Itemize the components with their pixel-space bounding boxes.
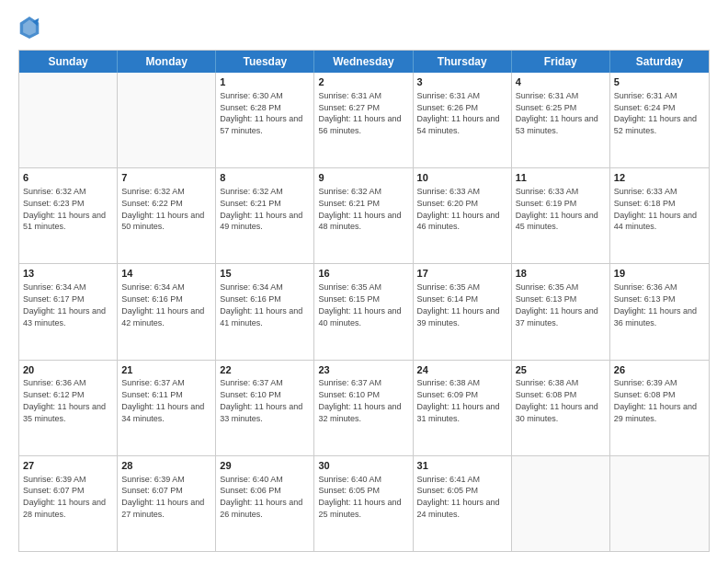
day-cell-24: 24Sunrise: 6:38 AMSunset: 6:09 PMDayligh… <box>414 361 512 455</box>
week-row-3: 13Sunrise: 6:34 AMSunset: 6:17 PMDayligh… <box>19 263 709 359</box>
day-cell-12: 12Sunrise: 6:33 AMSunset: 6:18 PMDayligh… <box>610 168 709 263</box>
cell-info: Sunrise: 6:33 AMSunset: 6:19 PMDaylight:… <box>516 187 598 231</box>
empty-cell <box>512 456 610 551</box>
day-number: 23 <box>318 363 408 377</box>
week-row-5: 27Sunrise: 6:39 AMSunset: 6:07 PMDayligh… <box>19 455 709 551</box>
day-number: 14 <box>121 267 211 281</box>
cell-info: Sunrise: 6:36 AMSunset: 6:13 PMDaylight:… <box>614 282 697 327</box>
day-cell-31: 31Sunrise: 6:41 AMSunset: 6:05 PMDayligh… <box>414 456 512 551</box>
day-cell-25: 25Sunrise: 6:38 AMSunset: 6:08 PMDayligh… <box>512 361 610 455</box>
day-number: 11 <box>516 171 606 185</box>
day-number: 5 <box>614 75 705 89</box>
week-row-1: 1Sunrise: 6:30 AMSunset: 6:28 PMDaylight… <box>19 73 709 167</box>
day-cell-14: 14Sunrise: 6:34 AMSunset: 6:16 PMDayligh… <box>118 264 216 359</box>
day-number: 6 <box>23 171 113 185</box>
day-number: 29 <box>220 459 310 473</box>
day-number: 28 <box>121 459 211 473</box>
cell-info: Sunrise: 6:39 AMSunset: 6:07 PMDaylight:… <box>121 475 204 519</box>
calendar-header: SundayMondayTuesdayWednesdayThursdayFrid… <box>19 51 709 73</box>
cell-info: Sunrise: 6:31 AMSunset: 6:25 PMDaylight:… <box>516 91 598 135</box>
header-day-wednesday: Wednesday <box>314 51 413 73</box>
day-number: 22 <box>220 363 310 377</box>
day-cell-1: 1Sunrise: 6:30 AMSunset: 6:28 PMDaylight… <box>216 73 314 167</box>
cell-info: Sunrise: 6:30 AMSunset: 6:28 PMDaylight:… <box>220 91 302 135</box>
cell-info: Sunrise: 6:41 AMSunset: 6:05 PMDaylight:… <box>417 475 500 519</box>
cell-info: Sunrise: 6:34 AMSunset: 6:16 PMDaylight:… <box>220 282 302 327</box>
day-number: 17 <box>417 267 507 281</box>
cell-info: Sunrise: 6:32 AMSunset: 6:21 PMDaylight:… <box>220 187 302 231</box>
page: SundayMondayTuesdayWednesdayThursdayFrid… <box>0 0 728 563</box>
cell-info: Sunrise: 6:33 AMSunset: 6:20 PMDaylight:… <box>417 187 500 231</box>
day-number: 2 <box>318 75 408 89</box>
day-number: 1 <box>220 75 310 89</box>
day-cell-6: 6Sunrise: 6:32 AMSunset: 6:23 PMDaylight… <box>19 168 118 263</box>
header-day-monday: Monday <box>118 51 216 73</box>
day-number: 20 <box>23 363 113 377</box>
header <box>18 15 710 40</box>
day-number: 24 <box>417 363 507 377</box>
cell-info: Sunrise: 6:35 AMSunset: 6:13 PMDaylight:… <box>516 282 598 327</box>
week-row-2: 6Sunrise: 6:32 AMSunset: 6:23 PMDaylight… <box>19 167 709 263</box>
day-number: 18 <box>516 267 606 281</box>
day-number: 16 <box>318 267 408 281</box>
cell-info: Sunrise: 6:35 AMSunset: 6:15 PMDaylight:… <box>318 282 401 327</box>
cell-info: Sunrise: 6:40 AMSunset: 6:06 PMDaylight:… <box>220 475 302 519</box>
day-number: 25 <box>516 363 606 377</box>
cell-info: Sunrise: 6:33 AMSunset: 6:18 PMDaylight:… <box>614 187 697 231</box>
day-number: 15 <box>220 267 310 281</box>
cell-info: Sunrise: 6:38 AMSunset: 6:09 PMDaylight:… <box>417 378 500 422</box>
day-cell-10: 10Sunrise: 6:33 AMSunset: 6:20 PMDayligh… <box>414 168 512 263</box>
day-cell-29: 29Sunrise: 6:40 AMSunset: 6:06 PMDayligh… <box>216 456 314 551</box>
cell-info: Sunrise: 6:37 AMSunset: 6:10 PMDaylight:… <box>220 378 302 422</box>
header-day-saturday: Saturday <box>610 51 709 73</box>
day-cell-21: 21Sunrise: 6:37 AMSunset: 6:11 PMDayligh… <box>118 361 216 455</box>
cell-info: Sunrise: 6:35 AMSunset: 6:14 PMDaylight:… <box>417 282 500 327</box>
cell-info: Sunrise: 6:38 AMSunset: 6:08 PMDaylight:… <box>516 378 598 422</box>
empty-cell <box>19 73 118 167</box>
day-number: 27 <box>23 459 113 473</box>
day-cell-19: 19Sunrise: 6:36 AMSunset: 6:13 PMDayligh… <box>610 264 709 359</box>
logo <box>18 15 44 40</box>
header-day-thursday: Thursday <box>414 51 512 73</box>
cell-info: Sunrise: 6:32 AMSunset: 6:22 PMDaylight:… <box>121 187 204 231</box>
day-cell-20: 20Sunrise: 6:36 AMSunset: 6:12 PMDayligh… <box>19 361 118 455</box>
day-number: 3 <box>417 75 507 89</box>
day-cell-30: 30Sunrise: 6:40 AMSunset: 6:05 PMDayligh… <box>314 456 413 551</box>
day-number: 9 <box>318 171 408 185</box>
calendar-body: 1Sunrise: 6:30 AMSunset: 6:28 PMDaylight… <box>19 73 709 551</box>
day-cell-26: 26Sunrise: 6:39 AMSunset: 6:08 PMDayligh… <box>610 361 709 455</box>
day-cell-7: 7Sunrise: 6:32 AMSunset: 6:22 PMDaylight… <box>118 168 216 263</box>
header-day-friday: Friday <box>512 51 610 73</box>
logo-icon <box>18 15 40 40</box>
cell-info: Sunrise: 6:37 AMSunset: 6:11 PMDaylight:… <box>121 378 204 422</box>
cell-info: Sunrise: 6:31 AMSunset: 6:26 PMDaylight:… <box>417 91 500 135</box>
header-day-sunday: Sunday <box>19 51 118 73</box>
cell-info: Sunrise: 6:31 AMSunset: 6:27 PMDaylight:… <box>318 91 401 135</box>
day-number: 8 <box>220 171 310 185</box>
empty-cell <box>118 73 216 167</box>
header-day-tuesday: Tuesday <box>216 51 314 73</box>
calendar: SundayMondayTuesdayWednesdayThursdayFrid… <box>18 50 710 552</box>
day-cell-2: 2Sunrise: 6:31 AMSunset: 6:27 PMDaylight… <box>314 73 413 167</box>
day-number: 7 <box>121 171 211 185</box>
day-cell-13: 13Sunrise: 6:34 AMSunset: 6:17 PMDayligh… <box>19 264 118 359</box>
day-number: 31 <box>417 459 507 473</box>
day-number: 12 <box>614 171 705 185</box>
day-number: 26 <box>614 363 705 377</box>
cell-info: Sunrise: 6:34 AMSunset: 6:17 PMDaylight:… <box>23 282 106 327</box>
day-cell-15: 15Sunrise: 6:34 AMSunset: 6:16 PMDayligh… <box>216 264 314 359</box>
cell-info: Sunrise: 6:39 AMSunset: 6:08 PMDaylight:… <box>614 378 697 422</box>
day-cell-9: 9Sunrise: 6:32 AMSunset: 6:21 PMDaylight… <box>314 168 413 263</box>
day-cell-27: 27Sunrise: 6:39 AMSunset: 6:07 PMDayligh… <box>19 456 118 551</box>
cell-info: Sunrise: 6:37 AMSunset: 6:10 PMDaylight:… <box>318 378 401 422</box>
cell-info: Sunrise: 6:40 AMSunset: 6:05 PMDaylight:… <box>318 475 401 519</box>
day-cell-5: 5Sunrise: 6:31 AMSunset: 6:24 PMDaylight… <box>610 73 709 167</box>
day-cell-22: 22Sunrise: 6:37 AMSunset: 6:10 PMDayligh… <box>216 361 314 455</box>
day-number: 30 <box>318 459 408 473</box>
cell-info: Sunrise: 6:31 AMSunset: 6:24 PMDaylight:… <box>614 91 697 135</box>
day-number: 21 <box>121 363 211 377</box>
week-row-4: 20Sunrise: 6:36 AMSunset: 6:12 PMDayligh… <box>19 360 709 455</box>
day-cell-28: 28Sunrise: 6:39 AMSunset: 6:07 PMDayligh… <box>118 456 216 551</box>
cell-info: Sunrise: 6:36 AMSunset: 6:12 PMDaylight:… <box>23 378 106 422</box>
day-number: 10 <box>417 171 507 185</box>
